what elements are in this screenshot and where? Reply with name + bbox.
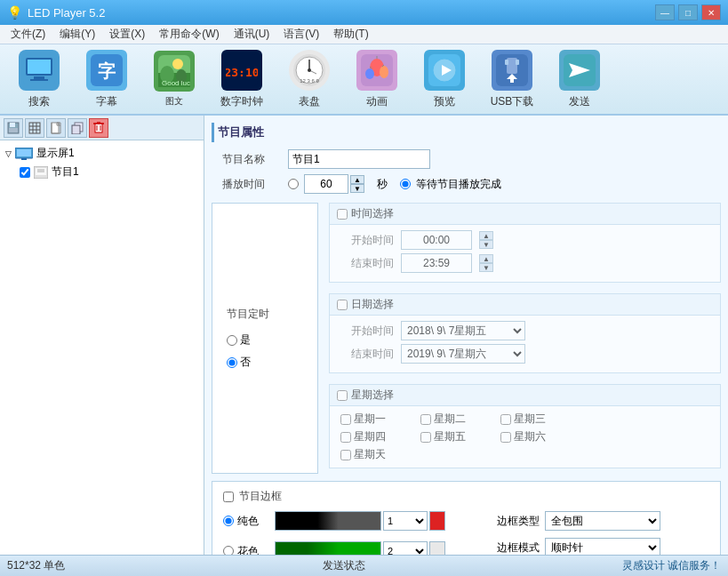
menu-edit[interactable]: 编辑(Y) — [52, 25, 102, 44]
right-panel: 节目属性 节目名称 播放时间 ▲ ▼ 秒 等待节目播放完成 — [204, 116, 728, 555]
solid-color-swatch[interactable] — [429, 511, 445, 531]
time-select-checkbox[interactable] — [337, 209, 348, 220]
border-enable-checkbox[interactable] — [223, 492, 234, 502]
svg-text:23:10: 23:10 — [226, 66, 258, 79]
solid-radio-label[interactable]: 纯色 — [223, 514, 268, 529]
weekday-2[interactable]: 星期二 — [420, 412, 492, 427]
weekday-1[interactable]: 星期一 — [340, 412, 412, 427]
menu-help[interactable]: 帮助(T) — [326, 25, 375, 44]
start-time-up[interactable]: ▲ — [479, 231, 493, 240]
toolbar-animation[interactable]: 动画 — [345, 48, 409, 110]
toolbar-send-label: 发送 — [569, 94, 590, 109]
playtime-radio-fixed[interactable] — [288, 179, 299, 189]
weekday-2-checkbox[interactable] — [420, 414, 431, 425]
start-time-input[interactable] — [401, 230, 472, 250]
playtime-row: 播放时间 ▲ ▼ 秒 等待节目播放完成 — [212, 174, 721, 194]
close-button[interactable]: ✕ — [701, 4, 721, 20]
tree-area: ▽ 显示屏1 节目1 — [0, 140, 204, 555]
toolbar-caption[interactable]: 字 字幕 — [75, 48, 139, 110]
gradient-pattern-select[interactable]: 2 — [383, 541, 428, 555]
menu-comms[interactable]: 通讯(U) — [227, 25, 277, 44]
time-selection-section: 时间选择 开始时间 ▲ ▼ 结束时间 — [329, 203, 721, 283]
weekday-6-checkbox[interactable] — [500, 432, 511, 443]
titlebar-controls: — □ ✕ — [655, 4, 721, 20]
menu-language[interactable]: 语言(V) — [276, 25, 326, 44]
toolbar-clock[interactable]: 23:10 数字时钟 — [210, 48, 274, 110]
copy-button[interactable] — [68, 118, 87, 138]
border-type-label: 边框类型 — [486, 514, 540, 529]
border-type-select[interactable]: 全包围 — [545, 511, 660, 531]
svg-rect-59 — [17, 149, 31, 156]
start-time-down[interactable]: ▼ — [479, 240, 493, 249]
schedule-no-label[interactable]: 否 — [227, 355, 303, 370]
delete-button[interactable] — [89, 118, 108, 138]
toolbar-usb[interactable]: USB下载 — [480, 48, 544, 110]
weekday-7-checkbox[interactable] — [340, 450, 351, 460]
tree-program-1[interactable]: 节目1 — [18, 163, 200, 181]
border-mode-row: 边框模式 顺时针 — [486, 538, 728, 555]
tree-display[interactable]: ▽ 显示屏1 — [4, 144, 200, 163]
schedule-yes-text: 是 — [240, 332, 251, 348]
toolbar-search-label: 搜索 — [28, 94, 50, 109]
playtime-radio-wait[interactable] — [400, 179, 411, 189]
toolbar-send[interactable]: 发送 — [548, 48, 612, 110]
playtime-spin-down[interactable]: ▼ — [350, 184, 364, 193]
weekday-3[interactable]: 星期三 — [500, 412, 572, 427]
end-time-down[interactable]: ▼ — [479, 263, 493, 272]
weekday-select-label: 星期选择 — [351, 388, 394, 403]
save-button[interactable] — [4, 118, 23, 138]
weekday-3-checkbox[interactable] — [500, 414, 511, 425]
resolution-status: 512*32 单色 — [7, 558, 65, 573]
name-input[interactable] — [288, 149, 430, 169]
name-label: 节目名称 — [212, 152, 265, 167]
menu-commands[interactable]: 常用命令(W) — [152, 25, 226, 44]
playtime-spin-up[interactable]: ▲ — [350, 175, 364, 184]
toolbar-image[interactable]: Good luck 图文 — [142, 48, 206, 110]
weekday-4-checkbox[interactable] — [340, 432, 351, 443]
date-select-checkbox[interactable] — [337, 300, 348, 310]
weekday-7[interactable]: 星期天 — [340, 447, 412, 462]
grid-button[interactable] — [25, 118, 44, 138]
svg-rect-52 — [72, 125, 80, 134]
schedule-yes-label[interactable]: 是 — [227, 332, 303, 348]
gradient-radio-label[interactable]: 花色 — [223, 544, 268, 556]
border-mode-select[interactable]: 顺时针 — [545, 538, 660, 555]
gradient-radio[interactable] — [223, 546, 234, 555]
minimize-button[interactable]: — — [655, 4, 675, 20]
schedule-no-text: 否 — [240, 355, 251, 370]
date-end-select[interactable]: 2019\ 9\ 7星期六 — [401, 344, 525, 364]
weekday-5[interactable]: 星期五 — [420, 429, 492, 444]
menu-settings[interactable]: 设置(X) — [102, 25, 152, 44]
toolbar-preview[interactable]: 预览 — [412, 48, 476, 110]
menu-file[interactable]: 文件(Z) — [4, 25, 52, 44]
solid-radio[interactable] — [223, 516, 234, 526]
schedule-yes-radio[interactable] — [227, 335, 237, 346]
end-time-input[interactable] — [401, 253, 472, 273]
weekday-4[interactable]: 星期四 — [340, 429, 412, 444]
toolbar-preview-label: 预览 — [434, 94, 455, 109]
tree-expand-icon: ▽ — [5, 149, 12, 158]
gradient-color-swatch[interactable] — [429, 541, 445, 555]
toolbar-dial[interactable]: 12 3 6 9 表盘 — [277, 48, 341, 110]
date-start-select[interactable]: 2018\ 9\ 7星期五 — [401, 321, 525, 340]
maximize-button[interactable]: □ — [678, 4, 698, 20]
date-select-body: 开始时间 2018\ 9\ 7星期五 结束时间 2019\ 9\ 7星期六 — [330, 316, 720, 372]
program-checkbox[interactable] — [20, 167, 30, 178]
weekday-select-checkbox[interactable] — [337, 390, 348, 401]
toolbar-image-label: 图文 — [165, 95, 183, 108]
weekday-6[interactable]: 星期六 — [500, 429, 572, 444]
start-time-label: 开始时间 — [340, 233, 394, 248]
titlebar: 💡 LED Player 5.2 — □ ✕ — [0, 0, 728, 25]
toolbar-search[interactable]: 搜索 — [7, 48, 71, 110]
svg-rect-36 — [510, 79, 514, 83]
weekday-1-checkbox[interactable] — [340, 414, 351, 425]
end-time-up[interactable]: ▲ — [479, 254, 493, 263]
properties-title: 节目属性 — [218, 125, 264, 139]
time-select-body: 开始时间 ▲ ▼ 结束时间 ▲ ▼ — [330, 225, 720, 282]
weekday-5-checkbox[interactable] — [420, 432, 431, 443]
file-button[interactable] — [46, 118, 66, 138]
playtime-value-input[interactable] — [304, 174, 348, 194]
solid-pattern-select[interactable]: 1 — [383, 511, 428, 531]
tree-programs: 节目1 — [18, 163, 200, 181]
schedule-no-radio[interactable] — [227, 357, 237, 368]
